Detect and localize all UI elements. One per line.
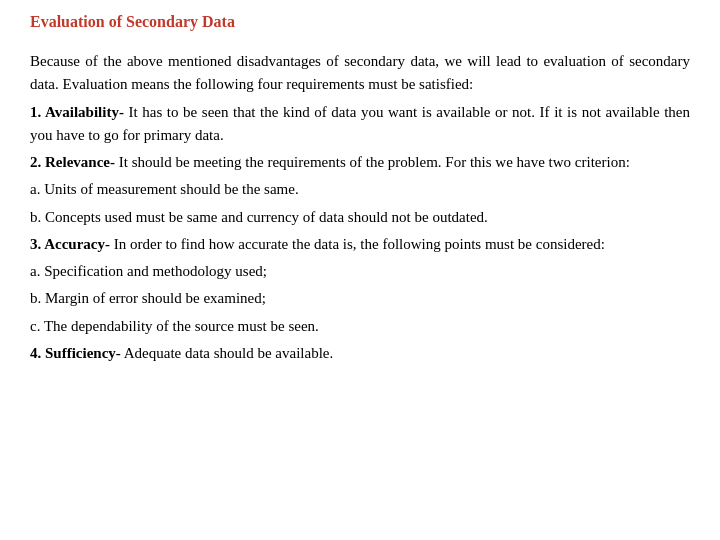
- sub-b-relevance: b. Concepts used must be same and curren…: [30, 206, 690, 229]
- sub-b-accuracy: b. Margin of error should be examined;: [30, 287, 690, 310]
- point-4-text: Adequate data should be available.: [121, 345, 333, 361]
- point-1-text: It has to be seen that the kind of data …: [30, 104, 690, 143]
- point-2-number: 2.: [30, 154, 45, 170]
- point-1-number: 1.: [30, 104, 45, 120]
- point-3-text: In order to find how accurate the data i…: [110, 236, 605, 252]
- page-title: Evaluation of Secondary Data: [30, 10, 690, 34]
- point-1-bold: Availability-: [45, 104, 124, 120]
- point-2: 2. Relevance- It should be meeting the r…: [30, 151, 690, 174]
- point-3-bold: Accuracy-: [44, 236, 110, 252]
- sub-c-accuracy: c. The dependability of the source must …: [30, 315, 690, 338]
- page-container: Evaluation of Secondary Data Because of …: [0, 0, 720, 540]
- sub-a-relevance: a. Units of measurement should be the sa…: [30, 178, 690, 201]
- point-2-text: It should be meeting the requirements of…: [115, 154, 630, 170]
- point-1: 1. Availability- It has to be seen that …: [30, 101, 690, 148]
- point-3-number: 3.: [30, 236, 44, 252]
- point-4-number: 4.: [30, 345, 45, 361]
- point-4: 4. Sufficiency- Adequate data should be …: [30, 342, 690, 365]
- point-4-bold: Sufficiency-: [45, 345, 121, 361]
- sub-a-accuracy: a. Specification and methodology used;: [30, 260, 690, 283]
- point-2-bold: Relevance-: [45, 154, 115, 170]
- point-3: 3. Accuracy- In order to find how accura…: [30, 233, 690, 256]
- content-block: Because of the above mentioned disadvant…: [30, 50, 690, 365]
- intro-paragraph: Because of the above mentioned disadvant…: [30, 50, 690, 97]
